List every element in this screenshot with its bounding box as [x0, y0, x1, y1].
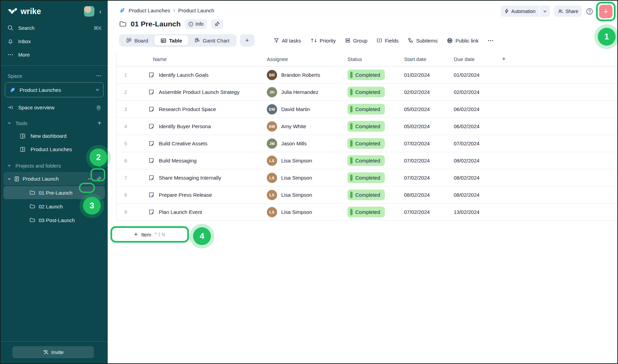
- tab-board[interactable]: Board: [120, 35, 154, 46]
- start-date[interactable]: 05/02/2024: [404, 106, 454, 112]
- wrike-logo[interactable]: wrike: [8, 7, 41, 16]
- start-date[interactable]: 07/02/2024: [404, 175, 454, 181]
- public-link-button[interactable]: Public link: [447, 38, 479, 44]
- due-date[interactable]: 06/02/2024: [454, 106, 495, 112]
- table-row[interactable]: 6 Build Messaging LS Lisa Simpson Comple…: [117, 152, 617, 169]
- sidebar-item-inbox[interactable]: Inbox: [1, 35, 108, 48]
- status-badge[interactable]: Completed: [347, 70, 385, 80]
- create-new-button[interactable]: +: [599, 5, 613, 18]
- assignee-avatar[interactable]: LS: [267, 156, 277, 166]
- assignee-avatar[interactable]: AW: [267, 121, 277, 132]
- table-row[interactable]: 4 Identify Buyer Persona AW Amy White Co…: [117, 118, 617, 135]
- filter-button[interactable]: All tasks: [274, 38, 301, 44]
- fields-button[interactable]: Fields: [377, 38, 399, 44]
- table-row[interactable]: 1 Identify Launch Goals BR Brandon Rober…: [117, 66, 617, 84]
- task-name[interactable]: Research Product Space: [159, 106, 216, 112]
- invite-button[interactable]: Invite: [12, 346, 94, 358]
- breadcrumb-space[interactable]: Product Launches: [129, 8, 170, 13]
- start-date[interactable]: 07/02/2024: [404, 141, 454, 146]
- sidebar-item-new-dashboard[interactable]: New dashboard: [1, 129, 108, 143]
- due-date[interactable]: 08/02/2024: [454, 175, 495, 181]
- tab-table[interactable]: Table: [154, 35, 188, 46]
- start-date[interactable]: 07/02/2024: [404, 209, 454, 215]
- column-header-name[interactable]: Name: [135, 56, 267, 62]
- start-date[interactable]: 05/02/2024: [404, 123, 454, 129]
- due-date[interactable]: 07/02/2024: [454, 141, 495, 146]
- sidebar-item-more[interactable]: More: [1, 48, 108, 61]
- status-badge[interactable]: Completed: [347, 172, 385, 183]
- add-item-button[interactable]: + Item ^⇧N: [110, 226, 189, 243]
- add-project-icon[interactable]: +: [97, 162, 102, 170]
- due-date[interactable]: 02/02/2024: [454, 89, 495, 95]
- status-badge[interactable]: Completed: [347, 121, 385, 132]
- due-date[interactable]: 13/02/2024: [454, 209, 495, 215]
- user-avatar[interactable]: [84, 6, 94, 16]
- gear-icon[interactable]: [96, 105, 102, 110]
- status-badge[interactable]: Completed: [347, 138, 385, 149]
- column-header-start-date[interactable]: Start date: [404, 56, 454, 62]
- start-date[interactable]: 07/02/2024: [404, 158, 454, 163]
- toolbar-more-button[interactable]: [488, 38, 494, 44]
- task-name[interactable]: Plan Launch Event: [159, 209, 202, 215]
- task-name[interactable]: Build Messaging: [159, 158, 197, 163]
- status-badge[interactable]: Completed: [347, 155, 385, 166]
- task-name[interactable]: Build Creative Assets: [159, 141, 207, 146]
- status-badge[interactable]: Completed: [347, 104, 385, 114]
- table-row[interactable]: 5 Build Creative Assets JM Jason Mills C…: [117, 135, 617, 152]
- table-row[interactable]: 2 Assemble Product Launch Strategy JH Ju…: [117, 84, 617, 101]
- assignee-avatar[interactable]: BR: [267, 70, 277, 80]
- sidebar-item-space-overview[interactable]: Space overview: [1, 101, 108, 114]
- assignee-avatar[interactable]: LS: [267, 207, 277, 217]
- sort-button[interactable]: ↑↓ Priority: [310, 38, 336, 44]
- help-icon[interactable]: [586, 8, 593, 15]
- add-view-button[interactable]: +: [240, 34, 254, 47]
- assignee-avatar[interactable]: JH: [267, 87, 277, 97]
- pin-icon[interactable]: [96, 176, 102, 181]
- sidebar-item-search[interactable]: Search ⌘K: [1, 21, 108, 35]
- add-tool-icon[interactable]: +: [97, 119, 102, 127]
- table-row[interactable]: 3 Research Product Space DM David Martin…: [117, 101, 617, 118]
- project-menu-icon[interactable]: [87, 176, 93, 182]
- due-date[interactable]: 08/02/2024: [454, 192, 495, 198]
- tab-gantt-chart[interactable]: Gantt Chart: [188, 35, 236, 46]
- table-row[interactable]: 8 Prepare Press Release LS Lisa Simpson …: [117, 186, 617, 204]
- table-row[interactable]: 9 Plan Launch Event LS Lisa Simpson Comp…: [117, 204, 617, 221]
- automation-button[interactable]: Automation: [501, 5, 539, 17]
- add-column-button[interactable]: +: [495, 56, 513, 63]
- sidebar-item-product-launch-project[interactable]: Product Launch: [3, 172, 105, 185]
- task-name[interactable]: Identify Buyer Persona: [159, 123, 211, 129]
- sidebar-item-product-launches-dashboard[interactable]: Product Launches: [1, 143, 108, 156]
- start-date[interactable]: 08/02/2024: [404, 192, 454, 198]
- space-selector[interactable]: Product Launches: [5, 82, 104, 97]
- sidebar-collapse-icon[interactable]: ‹: [98, 7, 103, 16]
- assignee-avatar[interactable]: LS: [267, 173, 277, 183]
- sidebar-item-folder-01-pre-launch[interactable]: 01 Pre-Launch: [3, 186, 105, 199]
- task-name[interactable]: Assemble Product Launch Strategy: [159, 89, 239, 95]
- column-header-assignee[interactable]: Assignee: [267, 56, 347, 62]
- task-name[interactable]: Share Messaging Internally: [159, 175, 221, 181]
- sidebar-item-folder-03-post-launch[interactable]: 03 Post-Launch: [3, 214, 105, 227]
- sidebar-item-folder-02-launch[interactable]: 02 Launch: [3, 200, 105, 213]
- due-date[interactable]: 08/02/2024: [454, 158, 495, 163]
- share-button[interactable]: Share: [554, 5, 582, 17]
- automation-dropdown-button[interactable]: [540, 5, 550, 17]
- tools-section-header[interactable]: Tools +: [1, 117, 108, 129]
- table-row[interactable]: 7 Share Messaging Internally LS Lisa Sim…: [117, 169, 617, 186]
- breadcrumb-project[interactable]: Product Launch: [178, 8, 214, 13]
- start-date[interactable]: 01/02/2024: [404, 72, 454, 78]
- due-date[interactable]: 06/02/2024: [454, 123, 495, 129]
- due-date[interactable]: 01/02/2024: [454, 72, 495, 78]
- subitems-button[interactable]: Subitems: [408, 38, 438, 44]
- start-date[interactable]: 02/02/2024: [404, 89, 454, 95]
- pin-button[interactable]: [211, 19, 223, 29]
- status-badge[interactable]: Completed: [347, 207, 385, 217]
- assignee-avatar[interactable]: LS: [267, 190, 277, 200]
- column-header-status[interactable]: Status: [347, 56, 404, 62]
- projects-section-header[interactable]: Projects and folders +: [1, 159, 108, 172]
- task-name[interactable]: Identify Launch Goals: [159, 72, 209, 78]
- task-name[interactable]: Prepare Press Release: [159, 192, 212, 198]
- group-button[interactable]: Group: [345, 38, 368, 44]
- status-badge[interactable]: Completed: [347, 87, 385, 97]
- space-menu-icon[interactable]: [96, 73, 102, 78]
- assignee-avatar[interactable]: JM: [267, 138, 277, 149]
